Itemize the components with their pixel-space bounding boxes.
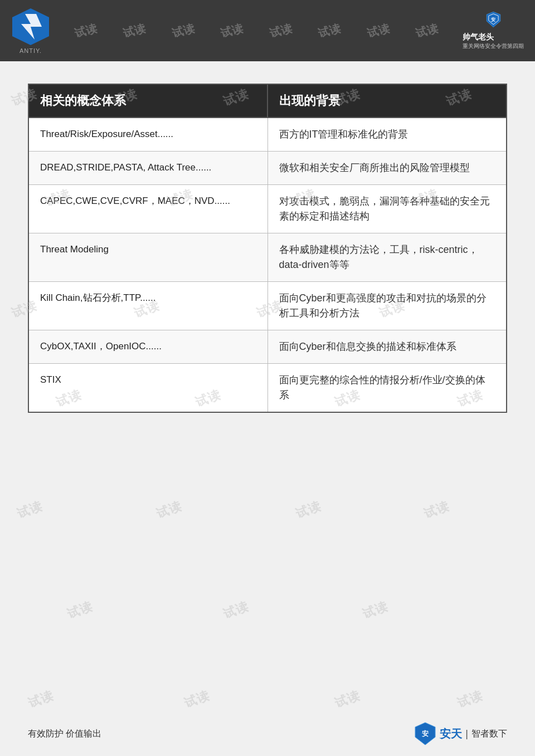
watermark-25: 试读	[182, 687, 212, 712]
table-cell-background: 对攻击模式，脆弱点，漏洞等各种基础的安全元素的标定和描述结构	[268, 185, 507, 233]
footer-left-text: 有效防护 价值输出	[28, 728, 101, 740]
footer-right: 安 安天 | 智者数下	[414, 721, 507, 746]
table-cell-concept: CybOX,TAXII，OpenIOC......	[28, 330, 268, 364]
watermark-27: 试读	[455, 687, 485, 712]
watermark-20: 试读	[421, 498, 452, 523]
logo-area: ANTIY.	[11, 7, 50, 54]
table-cell-background: 面向Cyber和更高强度的攻击和对抗的场景的分析工具和分析方法	[268, 282, 507, 330]
watermark-22: 试读	[221, 598, 251, 623]
table-row: STIX面向更完整的综合性的情报分析/作业/交换的体系	[28, 364, 507, 413]
table-cell-background: 西方的IT管理和标准化的背景	[268, 118, 507, 152]
table-cell-concept: CAPEC,CWE,CVE,CVRF，MAEC，NVD......	[28, 185, 268, 233]
table-cell-concept: STIX	[28, 364, 268, 413]
table-row: Threat/Risk/Exposure/Asset......西方的IT管理和…	[28, 118, 507, 152]
table-cell-background: 微软和相关安全厂商所推出的风险管理模型	[268, 152, 507, 185]
svg-text:安: 安	[421, 730, 429, 738]
header-wm-6: 试读	[317, 21, 342, 41]
header-wm-2: 试读	[121, 21, 147, 41]
main-content: 相关的概念体系 出现的背景 Threat/Risk/Exposure/Asset…	[0, 61, 535, 430]
watermark-17: 试读	[14, 498, 45, 523]
header-wm-1: 试读	[73, 21, 99, 41]
header-watermarks: 试读 试读 试读 试读 试读 试读 试读 试读	[50, 23, 463, 38]
table-row: DREAD,STRIDE,PASTA, Attack Tree......微软和…	[28, 152, 507, 185]
col2-header: 出现的背景	[268, 84, 507, 118]
table-cell-background: 各种威胁建模的方法论，工具，risk-centric，data-driven等等	[268, 233, 507, 282]
table-cell-concept: DREAD,STRIDE,PASTA, Attack Tree......	[28, 152, 268, 185]
header-wm-7: 试读	[366, 21, 391, 41]
col1-header: 相关的概念体系	[28, 84, 268, 118]
header-wm-5: 试读	[268, 21, 294, 41]
watermark-26: 试读	[332, 687, 363, 712]
table-row: Kill Chain,钻石分析,TTP......面向Cyber和更高强度的攻击…	[28, 282, 507, 330]
table-cell-concept: Threat Modeling	[28, 233, 268, 282]
table-cell-concept: Kill Chain,钻石分析,TTP......	[28, 282, 268, 330]
watermark-23: 试读	[360, 598, 391, 623]
header-wm-8: 试读	[414, 21, 440, 41]
table-cell-background: 面向Cyber和信息交换的描述和标准体系	[268, 330, 507, 364]
logo-label: ANTIY.	[20, 47, 42, 54]
brand-name: 帅气老头	[463, 32, 524, 42]
watermark-24: 试读	[26, 687, 56, 712]
table-cell-background: 面向更完整的综合性的情报分析/作业/交换的体系	[268, 364, 507, 413]
footer: 有效防护 价值输出 安 安天 | 智者数下	[0, 711, 535, 756]
header-right-brand: 安 帅气老头 重关网络安全令营第四期	[463, 11, 524, 50]
concept-table: 相关的概念体系 出现的背景 Threat/Risk/Exposure/Asset…	[28, 84, 507, 413]
header-wm-3: 试读	[171, 21, 196, 41]
footer-divider: |	[465, 728, 468, 740]
table-row: CybOX,TAXII，OpenIOC......面向Cyber和信息交换的描述…	[28, 330, 507, 364]
watermark-18: 试读	[154, 498, 184, 523]
svg-text:安: 安	[490, 17, 495, 22]
footer-brand: 安天	[440, 726, 462, 742]
table-cell-concept: Threat/Risk/Exposure/Asset......	[28, 118, 268, 152]
table-row: CAPEC,CWE,CVE,CVRF，MAEC，NVD......对攻击模式，脆…	[28, 185, 507, 233]
header-wm-4: 试读	[219, 21, 245, 41]
brand-subtitle: 重关网络安全令营第四期	[463, 42, 524, 50]
watermark-19: 试读	[293, 498, 324, 523]
footer-tagline: 智者数下	[471, 728, 507, 740]
header: ANTIY. 试读 试读 试读 试读 试读 试读 试读 试读 安 帅气老头 重关…	[0, 0, 535, 61]
watermark-21: 试读	[65, 598, 95, 623]
table-row: Threat Modeling各种威胁建模的方法论，工具，risk-centri…	[28, 233, 507, 282]
